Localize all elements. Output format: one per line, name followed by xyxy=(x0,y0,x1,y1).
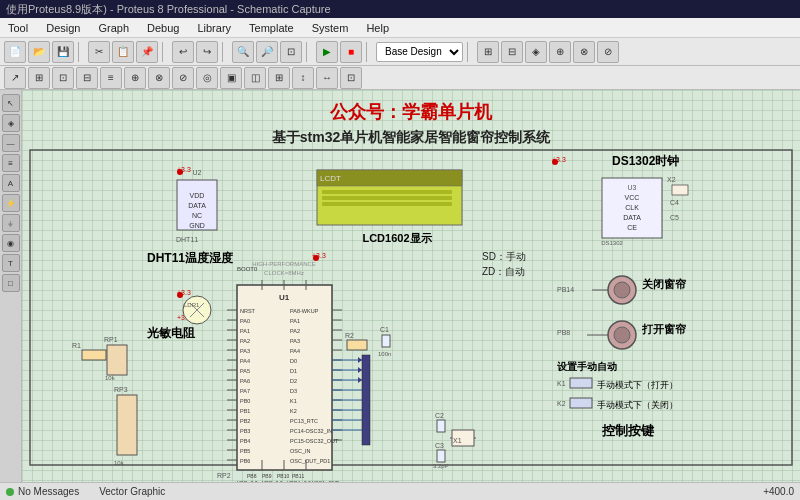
svg-rect-5 xyxy=(322,196,452,200)
svg-text:PC13_RTC: PC13_RTC xyxy=(290,418,318,424)
svg-text:PB2: PB2 xyxy=(240,418,250,424)
svg-text:PB0: PB0 xyxy=(240,398,250,404)
paste-btn[interactable]: 📌 xyxy=(136,41,158,63)
tb2-btn10[interactable]: ▣ xyxy=(220,67,242,89)
svg-text:PB14: PB14 xyxy=(557,286,574,293)
svg-text:HIGH-PERFORMANCE: HIGH-PERFORMANCE xyxy=(252,261,316,267)
side-btn-bus[interactable]: ≡ xyxy=(2,154,20,172)
svg-text:D3: D3 xyxy=(290,388,297,394)
side-btn-label[interactable]: A xyxy=(2,174,20,192)
svg-rect-6 xyxy=(322,202,452,206)
sep4 xyxy=(306,42,312,62)
svg-text:PA7: PA7 xyxy=(240,388,250,394)
main-title: 公众号：学霸单片机 xyxy=(329,102,493,122)
menu-library[interactable]: Library xyxy=(193,22,235,34)
side-btn-component[interactable]: ◈ xyxy=(2,114,20,132)
svg-point-150 xyxy=(614,327,630,343)
schematic-canvas[interactable]: 公众号：学霸单片机 基于stm32单片机智能家居智能窗帘控制系统 LCDT LC… xyxy=(22,90,800,482)
side-btn-probe[interactable]: ◉ xyxy=(2,234,20,252)
svg-text:K1: K1 xyxy=(290,398,297,404)
svg-text:CLOCK=8MHz: CLOCK=8MHz xyxy=(264,270,304,276)
svg-text:SD：手动: SD：手动 xyxy=(482,251,526,262)
svg-text:PA2: PA2 xyxy=(290,328,300,334)
svg-text:LCDT: LCDT xyxy=(320,174,341,183)
extra-btn4[interactable]: ⊕ xyxy=(549,41,571,63)
undo-btn[interactable]: ↩ xyxy=(172,41,194,63)
tb2-btn3[interactable]: ⊡ xyxy=(52,67,74,89)
save-btn[interactable]: 💾 xyxy=(52,41,74,63)
svg-text:PB11: PB11 xyxy=(292,473,304,479)
stop-btn[interactable]: ■ xyxy=(340,41,362,63)
svg-text:3.2pF: 3.2pF xyxy=(433,463,449,469)
side-btn-wire[interactable]: — xyxy=(2,134,20,152)
tb2-btn4[interactable]: ⊟ xyxy=(76,67,98,89)
svg-text:PA4: PA4 xyxy=(290,348,300,354)
extra-btn1[interactable]: ⊞ xyxy=(477,41,499,63)
svg-text:PB6: PB6 xyxy=(240,458,250,464)
svg-text:PC14-OSC32_IN: PC14-OSC32_IN xyxy=(290,428,332,434)
tb2-btn1[interactable]: ↗ xyxy=(4,67,26,89)
menu-help[interactable]: Help xyxy=(362,22,393,34)
tb2-btn14[interactable]: ↔ xyxy=(316,67,338,89)
svg-rect-28 xyxy=(82,350,106,360)
menu-graph[interactable]: Graph xyxy=(94,22,133,34)
left-sidebar: ↖ ◈ — ≡ A ⚡ ⏚ ◉ T □ xyxy=(0,90,22,482)
tb2-btn13[interactable]: ↕ xyxy=(292,67,314,89)
tb2-btn7[interactable]: ⊗ xyxy=(148,67,170,89)
svg-text:PA5: PA5 xyxy=(240,368,250,374)
svg-text:10k: 10k xyxy=(114,460,125,466)
tb2-btn12[interactable]: ⊞ xyxy=(268,67,290,89)
tb2-btn11[interactable]: ◫ xyxy=(244,67,266,89)
extra-btn2[interactable]: ⊟ xyxy=(501,41,523,63)
sep5 xyxy=(366,42,372,62)
side-btn-text[interactable]: T xyxy=(2,254,20,272)
fit-btn[interactable]: ⊡ xyxy=(280,41,302,63)
svg-text:PA4: PA4 xyxy=(240,358,250,364)
side-btn-box[interactable]: □ xyxy=(2,274,20,292)
svg-text:K2: K2 xyxy=(557,400,566,407)
copy-btn[interactable]: 📋 xyxy=(112,41,134,63)
svg-text:K2: K2 xyxy=(290,408,297,414)
menu-system[interactable]: System xyxy=(308,22,353,34)
new-btn[interactable]: 📄 xyxy=(4,41,26,63)
menu-tool[interactable]: Tool xyxy=(4,22,32,34)
svg-text:PA8-WKUP: PA8-WKUP xyxy=(290,308,319,314)
cut-btn[interactable]: ✂ xyxy=(88,41,110,63)
menu-design[interactable]: Design xyxy=(42,22,84,34)
svg-text:VDDA=3.3: VDDA=3.3 xyxy=(287,480,311,482)
svg-text:PA0: PA0 xyxy=(240,318,250,324)
tb2-btn9[interactable]: ◎ xyxy=(196,67,218,89)
svg-text:NC: NC xyxy=(192,212,202,219)
tb2-btn5[interactable]: ≡ xyxy=(100,67,122,89)
side-btn-select[interactable]: ↖ xyxy=(2,94,20,112)
svg-text:DS1302: DS1302 xyxy=(601,240,623,246)
tb2-btn2[interactable]: ⊞ xyxy=(28,67,50,89)
menu-debug[interactable]: Debug xyxy=(143,22,183,34)
tb2-btn8[interactable]: ⊘ xyxy=(172,67,194,89)
extra-btn5[interactable]: ⊗ xyxy=(573,41,595,63)
menu-template[interactable]: Template xyxy=(245,22,298,34)
run-btn[interactable]: ▶ xyxy=(316,41,338,63)
side-btn-power[interactable]: ⚡ xyxy=(2,194,20,212)
svg-rect-118 xyxy=(347,340,367,350)
svg-text:VCC: VCC xyxy=(625,194,640,201)
zoom-out-btn[interactable]: 🔎 xyxy=(256,41,278,63)
svg-text:PB8: PB8 xyxy=(557,329,570,336)
open-btn[interactable]: 📂 xyxy=(28,41,50,63)
side-btn-ground[interactable]: ⏚ xyxy=(2,214,20,232)
tb2-btn15[interactable]: ⊡ xyxy=(340,67,362,89)
toolbar2: ↗ ⊞ ⊡ ⊟ ≡ ⊕ ⊗ ⊘ ◎ ▣ ◫ ⊞ ↕ ↔ ⊡ xyxy=(0,66,800,90)
svg-marker-174 xyxy=(358,377,362,383)
svg-text:D2: D2 xyxy=(290,378,297,384)
zoom-in-btn[interactable]: 🔍 xyxy=(232,41,254,63)
redo-btn[interactable]: ↪ xyxy=(196,41,218,63)
svg-text:设置手动自动: 设置手动自动 xyxy=(557,361,617,372)
svg-text:DATA: DATA xyxy=(623,214,641,221)
extra-btn3[interactable]: ◈ xyxy=(525,41,547,63)
svg-rect-33 xyxy=(117,395,137,455)
schematic-svg: 公众号：学霸单片机 基于stm32单片机智能家居智能窗帘控制系统 LCDT LC… xyxy=(22,90,800,482)
extra-btn6[interactable]: ⊘ xyxy=(597,41,619,63)
tb2-btn6[interactable]: ⊕ xyxy=(124,67,146,89)
main-area: ↖ ◈ — ≡ A ⚡ ⏚ ◉ T □ 公众号：学霸单片机 基于stm32单片机… xyxy=(0,90,800,482)
base-design-dropdown[interactable]: Base Design xyxy=(376,42,463,62)
